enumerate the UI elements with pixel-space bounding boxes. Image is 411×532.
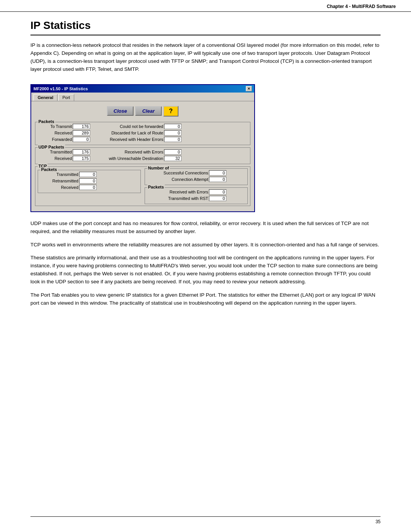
packets-section: Packets To Transmit 176 Could not be for… (35, 122, 250, 145)
forwarded-value: 0 (73, 137, 90, 142)
dialog-window: MF2000 v1.50 - IP Statistics ✕ General P… (30, 84, 255, 212)
received-value: 289 (73, 130, 90, 136)
tcp-received-value: 0 (79, 185, 97, 190)
could-not-fwd-value: 0 (164, 124, 182, 129)
tcp-transmitted-label: Transmitted (40, 172, 78, 177)
udp-recv-errors-label: Received with Errors (99, 150, 163, 154)
help-button[interactable]: ? (163, 106, 178, 117)
table-row: Retransmitted 0 (40, 178, 138, 184)
dialog-title: MF2000 v1.50 - IP Statistics (33, 86, 88, 91)
tab-general[interactable]: General (33, 94, 57, 101)
tcp-number-label: Number of (147, 166, 170, 170)
tcp-recv-errors-value: 0 (209, 189, 226, 195)
main-content: IP Statistics IP is a connection-less ne… (0, 12, 411, 328)
udp-unreachable-label: with Unreachable Destination (99, 156, 163, 161)
discarded-value: 0 (164, 130, 182, 136)
dialog-close-button[interactable]: ✕ (246, 86, 252, 91)
tcp-packets-section: Packets Transmitted 0 Retransmitted 0 (38, 170, 141, 193)
table-row: Successful Connections 0 (147, 170, 245, 176)
page-title: IP Statistics (30, 19, 381, 35)
tcp-packets-label: Packets (40, 167, 58, 172)
to-transmit-label: To Transmit (38, 124, 72, 129)
forwarded-label: Forwarded (38, 137, 72, 142)
received-label: Received (38, 131, 72, 135)
table-row: Connection Attempt 0 (147, 177, 245, 182)
dialog-titlebar: MF2000 v1.50 - IP Statistics ✕ (31, 85, 254, 93)
chapter-label: Chapter 4 - MultiFRAD Software (327, 4, 396, 9)
could-not-fwd-label: Could not be forwarded (99, 124, 163, 129)
page-footer: 35 (30, 516, 381, 524)
tcp-right-column: Number of Successful Connections 0 Conne… (145, 168, 248, 204)
tcp-retransmitted-value: 0 (79, 178, 97, 184)
header-errors-label: Received with Header Errors (99, 137, 163, 142)
discarded-label: Discarded for Lack of Route (99, 131, 163, 135)
connection-attempt-value: 0 (209, 177, 226, 182)
tcp-transmitted-value: 0 (79, 172, 97, 177)
udp-section: UDP Packets Transmitted 176 Received wit… (35, 147, 250, 164)
tcp-retransmitted-label: Retransmitted (40, 179, 78, 183)
page-number: 35 (376, 519, 381, 524)
udp-section-label: UDP Packets (38, 145, 65, 149)
packets-section-label: Packets (38, 119, 55, 124)
udp-transmitted-value: 176 (73, 149, 90, 155)
udp-recv-errors-value: 0 (164, 149, 182, 155)
udp-unreachable-value: 32 (164, 156, 182, 161)
paragraph-3: These statistics are primarily informati… (30, 254, 381, 286)
tab-port[interactable]: Port (58, 94, 74, 101)
udp-received-value: 175 (73, 156, 90, 161)
udp-transmitted-label: Transmitted (38, 150, 72, 154)
paragraph-2: TCP works well in environments where the… (30, 241, 381, 249)
table-row: Received 0 (40, 185, 138, 190)
table-row: Transmitted 176 Received with Errors 0 (38, 149, 248, 155)
successful-connections-label: Successful Connections (147, 171, 208, 175)
tcp-right-packets-label: Packets (147, 185, 165, 189)
paragraph-1: UDP makes use of the port concept and ha… (30, 220, 381, 236)
udp-received-label: Received (38, 156, 72, 161)
dialog-container: MF2000 v1.50 - IP Statistics ✕ General P… (30, 84, 255, 212)
table-row: Received with Errors 0 (147, 189, 245, 195)
toolbar: Close Clear ? (35, 104, 250, 118)
tcp-inner: Packets Transmitted 0 Retransmitted 0 (38, 168, 248, 204)
tcp-section: TCP Packets Transmitted 0 (35, 166, 250, 206)
table-row: Transmitted 0 (40, 172, 138, 177)
dialog-body: Close Clear ? Packets To Transmit 176 Co… (31, 101, 254, 211)
tcp-recv-errors-label: Received with Errors (147, 190, 208, 194)
intro-paragraph: IP is a connection-less network protocol… (30, 42, 381, 73)
tcp-number-section: Number of Successful Connections 0 Conne… (145, 168, 248, 185)
tcp-received-label: Received (40, 185, 78, 190)
dialog-tabs: General Port (31, 93, 254, 101)
header-errors-value: 0 (164, 137, 182, 142)
table-row: Transmitted with RST 0 (147, 196, 245, 201)
paragraph-4: The Port Tab enables you to view generic… (30, 291, 381, 307)
table-row: Received 289 Discarded for Lack of Route… (38, 130, 248, 136)
tcp-left-column: Packets Transmitted 0 Retransmitted 0 (38, 168, 141, 204)
to-transmit-value: 176 (73, 124, 90, 129)
successful-connections-value: 0 (209, 170, 226, 176)
close-button[interactable]: Close (107, 106, 134, 116)
connection-attempt-label: Connection Attempt (147, 177, 208, 182)
page-header: Chapter 4 - MultiFRAD Software (0, 0, 411, 12)
clear-button[interactable]: Clear (135, 106, 162, 116)
table-row: Forwarded 0 Received with Header Errors … (38, 137, 248, 142)
tcp-right-packets-section: Packets Received with Errors 0 Transmitt… (145, 187, 248, 204)
tcp-transmitted-rst-label: Transmitted with RST (147, 196, 208, 201)
tcp-transmitted-rst-value: 0 (209, 196, 226, 201)
table-row: To Transmit 176 Could not be forwarded 0 (38, 124, 248, 129)
table-row: Received 175 with Unreachable Destinatio… (38, 156, 248, 161)
